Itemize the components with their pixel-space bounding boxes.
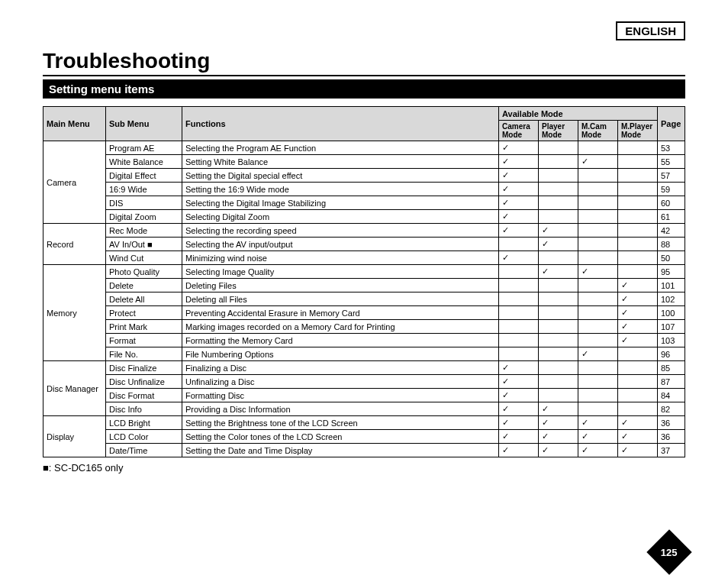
mplayer-cell: ✓ xyxy=(618,279,658,292)
page-cell: 57 xyxy=(658,169,685,183)
mplayer-cell: ✓ xyxy=(618,334,658,347)
camera-cell: ✓ xyxy=(499,444,539,457)
camera-cell xyxy=(499,238,539,251)
page-cell: 107 xyxy=(658,320,685,334)
player-cell: ✓ xyxy=(539,224,578,238)
page-cell: 55 xyxy=(658,155,685,169)
mcam-cell xyxy=(578,375,618,389)
sub-cell: Disc Info xyxy=(106,402,182,416)
func-cell: Selecting Digital Zoom xyxy=(182,210,499,224)
page-cell: 59 xyxy=(658,183,685,196)
mcam-cell xyxy=(578,238,618,251)
mcam-cell xyxy=(578,224,618,238)
table-row: Disc InfoProviding a Disc Information✓✓8… xyxy=(43,402,685,416)
func-cell: Setting the 16:9 Wide mode xyxy=(182,183,499,196)
mplayer-cell xyxy=(618,141,658,155)
mplayer-cell: ✓ xyxy=(618,320,658,334)
page-cell: 85 xyxy=(658,361,685,375)
func-cell: Providing a Disc Information xyxy=(182,402,499,416)
page-cell: 87 xyxy=(658,375,685,389)
mcam-cell xyxy=(578,334,618,347)
mplayer-cell xyxy=(618,251,658,265)
page-cell: 102 xyxy=(658,292,685,306)
page-cell: 95 xyxy=(658,265,685,279)
table-row: 16:9 WideSetting the 16:9 Wide mode✓59 xyxy=(43,183,685,196)
player-cell: ✓ xyxy=(539,265,578,279)
mplayer-cell: ✓ xyxy=(618,416,658,430)
camera-cell xyxy=(499,306,539,320)
header-sub-menu: Sub Menu xyxy=(106,107,182,141)
func-cell: Setting White Balance xyxy=(182,155,499,169)
mcam-cell: ✓ xyxy=(578,347,618,361)
player-cell xyxy=(539,292,578,306)
mcam-cell xyxy=(578,251,618,265)
mplayer-cell xyxy=(618,210,658,224)
sub-cell: Print Mark xyxy=(106,320,182,334)
page-cell: 101 xyxy=(658,279,685,292)
sub-cell: LCD Bright xyxy=(106,416,182,430)
func-cell: Setting the Color tones of the LCD Scree… xyxy=(182,430,499,444)
mplayer-cell: ✓ xyxy=(618,444,658,457)
mplayer-cell xyxy=(618,375,658,389)
page-cell: 53 xyxy=(658,141,685,155)
mplayer-cell xyxy=(618,196,658,210)
func-cell: Deleting all Files xyxy=(182,292,499,306)
table-row: Wind CutMinimizing wind noise✓50 xyxy=(43,251,685,265)
player-cell xyxy=(539,155,578,169)
sub-cell: LCD Color xyxy=(106,430,182,444)
mcam-cell xyxy=(578,196,618,210)
table-row: DisplayLCD BrightSetting the Brightness … xyxy=(43,416,685,430)
mcam-cell: ✓ xyxy=(578,416,618,430)
main-menu-cell: Record xyxy=(43,224,106,265)
mcam-cell: ✓ xyxy=(578,155,618,169)
camera-cell: ✓ xyxy=(499,361,539,375)
mplayer-cell xyxy=(618,238,658,251)
sub-cell: File No. xyxy=(106,347,182,361)
header-player-mode: Player Mode xyxy=(539,121,578,141)
main-menu-cell: Display xyxy=(43,416,106,457)
title-rule xyxy=(43,75,685,76)
player-cell xyxy=(539,320,578,334)
sub-cell: Date/Time xyxy=(106,444,182,457)
sub-cell: Photo Quality xyxy=(106,265,182,279)
page-cell: 100 xyxy=(658,306,685,320)
mplayer-cell xyxy=(618,155,658,169)
mplayer-cell xyxy=(618,402,658,416)
header-available-mode: Available Mode xyxy=(499,107,658,121)
camera-cell: ✓ xyxy=(499,196,539,210)
camera-cell: ✓ xyxy=(499,183,539,196)
func-cell: Minimizing wind noise xyxy=(182,251,499,265)
player-cell: ✓ xyxy=(539,238,578,251)
page-cell: 60 xyxy=(658,196,685,210)
func-cell: Formatting Disc xyxy=(182,389,499,402)
sub-cell: AV In/Out ■ xyxy=(106,238,182,251)
mcam-cell xyxy=(578,389,618,402)
sub-cell: Format xyxy=(106,334,182,347)
sub-cell: Rec Mode xyxy=(106,224,182,238)
camera-cell: ✓ xyxy=(499,251,539,265)
mcam-cell xyxy=(578,292,618,306)
mplayer-cell: ✓ xyxy=(618,306,658,320)
header-page: Page xyxy=(658,107,685,141)
mcam-cell xyxy=(578,210,618,224)
page-cell: 42 xyxy=(658,224,685,238)
table-row: Digital EffectSetting the Digital specia… xyxy=(43,169,685,183)
player-cell xyxy=(539,210,578,224)
header-main-menu: Main Menu xyxy=(43,107,106,141)
sub-cell: Program AE xyxy=(106,141,182,155)
main-menu-cell: Disc Manager xyxy=(43,361,106,416)
section-heading: Setting menu items xyxy=(43,79,685,99)
table-row: ProtectPreventing Accidental Erasure in … xyxy=(43,306,685,320)
func-cell: Selecting Image Quality xyxy=(182,265,499,279)
page-cell: 37 xyxy=(658,444,685,457)
table-row: FormatFormatting the Memory Card✓103 xyxy=(43,334,685,347)
page-title: Troubleshooting xyxy=(43,49,685,73)
player-cell xyxy=(539,334,578,347)
func-cell: Deleting Files xyxy=(182,279,499,292)
player-cell: ✓ xyxy=(539,430,578,444)
camera-cell xyxy=(499,320,539,334)
table-row: File No.File Numbering Options✓96 xyxy=(43,347,685,361)
player-cell: ✓ xyxy=(539,416,578,430)
sub-cell: Protect xyxy=(106,306,182,320)
table-row: DeleteDeleting Files✓101 xyxy=(43,279,685,292)
